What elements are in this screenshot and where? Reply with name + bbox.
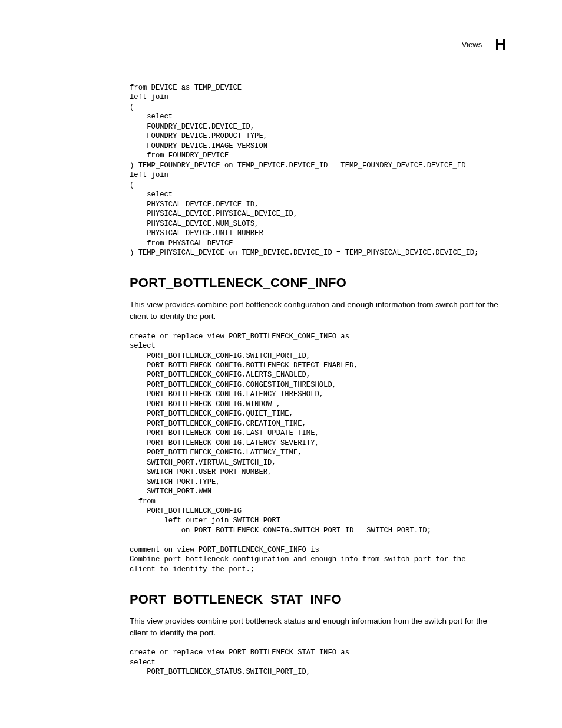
page-header: Views H [56,35,506,54]
section-desc-conf-info: This view provides combine port bottlene… [130,299,506,322]
section-heading-stat-info: PORT_BOTTLENECK_STAT_INFO [130,592,506,607]
content-area: from DEVICE as TEMP_DEVICE left join ( s… [56,83,506,677]
page: Views H from DEVICE as TEMP_DEVICE left … [0,0,562,728]
header-label: Views [462,40,482,49]
code-block-conf-info: create or replace view PORT_BOTTLENECK_C… [130,332,506,575]
code-block-stat-info: create or replace view PORT_BOTTLENECK_S… [130,648,506,677]
section-desc-stat-info: This view provides combine port bottlene… [130,615,506,638]
header-letter: H [495,35,506,54]
section-heading-conf-info: PORT_BOTTLENECK_CONF_INFO [130,275,506,291]
code-block-top: from DEVICE as TEMP_DEVICE left join ( s… [130,83,506,258]
